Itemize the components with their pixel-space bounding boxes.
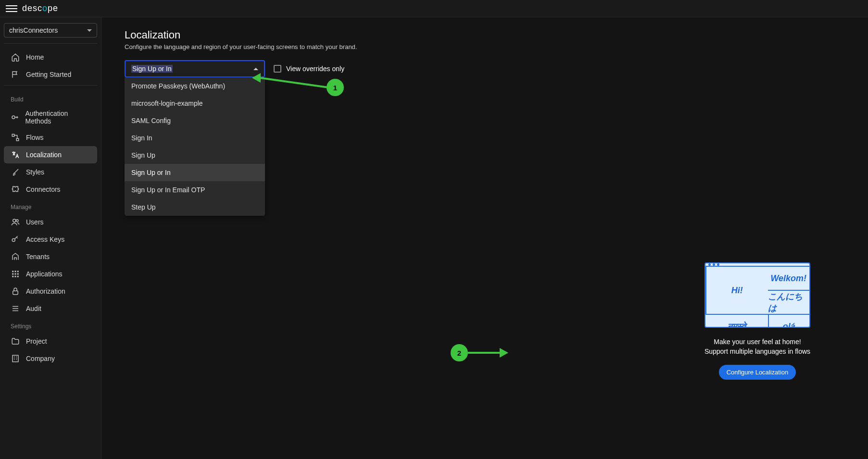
sidebar-item-applications[interactable]: Applications bbox=[4, 265, 97, 283]
sidebar-item-label: Flows bbox=[26, 134, 44, 141]
sidebar-item-label: Audit bbox=[26, 305, 41, 312]
dropdown-option[interactable]: Step Up bbox=[125, 198, 265, 216]
building-icon bbox=[11, 252, 20, 261]
key-icon bbox=[11, 112, 20, 122]
view-overrides-checkbox[interactable]: View overrides only bbox=[274, 65, 344, 73]
sidebar-item-tenants[interactable]: Tenants bbox=[4, 248, 97, 265]
flow-icon bbox=[11, 133, 20, 142]
promo-card: Welkom! Hi! こんにちは नमस्ते olá Make your u… bbox=[676, 262, 839, 380]
sidebar-item-users[interactable]: Users bbox=[4, 213, 97, 231]
page-title: Localization bbox=[125, 29, 845, 41]
svg-point-3 bbox=[13, 219, 16, 222]
sidebar-item-label: Localization bbox=[26, 151, 62, 159]
divider bbox=[4, 85, 97, 86]
apps-icon bbox=[11, 269, 20, 279]
arrow-head-icon bbox=[252, 73, 261, 83]
flow-select[interactable]: Sign Up or In bbox=[125, 60, 265, 77]
page-subtitle: Configure the language and region of you… bbox=[125, 43, 845, 50]
promo-word: Hi! bbox=[705, 266, 768, 314]
svg-rect-11 bbox=[17, 273, 19, 275]
promo-word: नमस्ते bbox=[705, 314, 768, 328]
annotation-arrow bbox=[260, 77, 327, 88]
promo-word: Welkom! bbox=[768, 266, 809, 290]
arrow-head-icon bbox=[500, 348, 508, 358]
translate-icon bbox=[11, 150, 20, 160]
svg-rect-10 bbox=[15, 273, 16, 275]
promo-illustration: Welkom! Hi! こんにちは नमस्ते olá bbox=[704, 262, 810, 328]
keyring-icon bbox=[11, 235, 20, 244]
puzzle-icon bbox=[11, 185, 20, 194]
svg-rect-2 bbox=[16, 138, 19, 141]
dropdown-option[interactable]: microsoft-login-example bbox=[125, 95, 265, 112]
sidebar-item-label: Users bbox=[26, 218, 44, 226]
dropdown-option[interactable]: SAML Config bbox=[125, 112, 265, 129]
sidebar-item-getting-started[interactable]: Getting Started bbox=[4, 66, 97, 83]
checkbox-label: View overrides only bbox=[286, 65, 344, 73]
divider bbox=[4, 43, 97, 44]
sidebar-item-label: Getting Started bbox=[26, 71, 71, 78]
flow-dropdown: Promote Passkeys (WebAuthn)microsoft-log… bbox=[125, 77, 265, 216]
sidebar-section-build: Build bbox=[4, 90, 97, 106]
users-icon bbox=[11, 217, 20, 227]
sidebar-item-project[interactable]: Project bbox=[4, 333, 97, 350]
svg-rect-1 bbox=[12, 134, 14, 136]
sidebar-item-label: Project bbox=[26, 337, 47, 345]
sidebar-item-connectors[interactable]: Connectors bbox=[4, 181, 97, 198]
dropdown-option[interactable]: Sign Up or In Email OTP bbox=[125, 181, 265, 198]
svg-rect-16 bbox=[13, 355, 18, 362]
sidebar-item-label: Authentication Methods bbox=[25, 110, 90, 125]
sidebar: chrisConnectors HomeGetting Started Buil… bbox=[0, 17, 101, 459]
sidebar-item-audit[interactable]: Audit bbox=[4, 300, 97, 317]
sidebar-item-access-keys[interactable]: Access Keys bbox=[4, 231, 97, 248]
project-selector[interactable]: chrisConnectors bbox=[4, 23, 97, 37]
svg-rect-8 bbox=[17, 271, 19, 272]
dropdown-option[interactable]: Promote Passkeys (WebAuthn) bbox=[125, 77, 265, 95]
project-name: chrisConnectors bbox=[9, 26, 58, 34]
brush-icon bbox=[11, 167, 20, 177]
sidebar-item-localization[interactable]: Localization bbox=[4, 146, 97, 163]
brand-logo: descope bbox=[22, 3, 58, 13]
sidebar-item-auth-methods[interactable]: Authentication Methods bbox=[4, 106, 97, 129]
sidebar-item-label: Applications bbox=[26, 270, 63, 278]
home-icon bbox=[11, 52, 20, 62]
sidebar-item-label: Access Keys bbox=[26, 236, 64, 243]
configure-localization-button[interactable]: Configure Localization bbox=[719, 365, 796, 380]
folder-icon bbox=[11, 336, 20, 346]
sidebar-section-settings: Settings bbox=[4, 317, 97, 333]
annotation-badge-1: 1 bbox=[327, 79, 344, 96]
list-icon bbox=[11, 304, 20, 313]
svg-rect-6 bbox=[12, 271, 13, 272]
svg-rect-12 bbox=[12, 276, 13, 277]
dropdown-option[interactable]: Sign In bbox=[125, 129, 265, 147]
dropdown-option[interactable]: Sign Up bbox=[125, 147, 265, 164]
sidebar-item-flows[interactable]: Flows bbox=[4, 129, 97, 146]
svg-rect-15 bbox=[13, 291, 18, 295]
svg-rect-9 bbox=[12, 273, 13, 275]
topbar: descope bbox=[0, 0, 868, 17]
sidebar-item-home[interactable]: Home bbox=[4, 49, 97, 66]
lock-icon bbox=[11, 286, 20, 296]
sidebar-item-label: Connectors bbox=[26, 186, 61, 193]
svg-rect-7 bbox=[15, 271, 16, 272]
svg-point-0 bbox=[12, 116, 15, 119]
sidebar-item-authorization[interactable]: Authorization bbox=[4, 283, 97, 300]
promo-word: こんにちは bbox=[768, 290, 809, 314]
promo-text: Make your user feel at home! Support mul… bbox=[704, 337, 810, 356]
chevron-down-icon bbox=[87, 29, 92, 32]
sidebar-section-manage: Manage bbox=[4, 198, 97, 213]
checkbox-icon bbox=[274, 65, 281, 73]
sidebar-item-label: Tenants bbox=[26, 253, 50, 261]
hamburger-menu-button[interactable] bbox=[6, 3, 17, 14]
dropdown-option[interactable]: Sign Up or In bbox=[125, 164, 265, 181]
sidebar-item-label: Home bbox=[26, 53, 44, 61]
sidebar-item-label: Company bbox=[26, 355, 55, 362]
sidebar-item-styles[interactable]: Styles bbox=[4, 163, 97, 181]
svg-rect-13 bbox=[15, 276, 16, 277]
promo-word: olá bbox=[768, 314, 809, 328]
flag-icon bbox=[11, 70, 20, 79]
annotation-arrow bbox=[468, 352, 502, 354]
svg-point-4 bbox=[16, 220, 19, 222]
flow-select-value: Sign Up or In bbox=[131, 65, 173, 73]
sidebar-item-company[interactable]: Company bbox=[4, 350, 97, 367]
svg-rect-14 bbox=[17, 276, 19, 277]
